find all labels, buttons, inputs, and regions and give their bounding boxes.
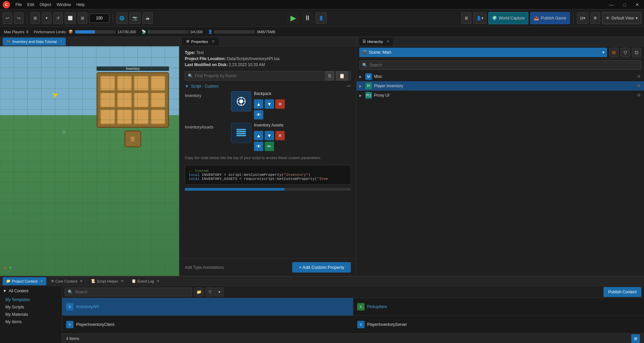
sidebar-my-scripts[interactable]: My Scripts <box>3 303 59 311</box>
default-view-button[interactable]: 👁 Default View ▾ <box>602 12 641 24</box>
file-name-pickupitem: PickupItem <box>367 304 387 309</box>
properties-tab-close[interactable]: ✕ <box>212 39 215 44</box>
scale-tool[interactable]: ⬜ <box>65 12 76 24</box>
prop-eye-button-2[interactable]: 👁 <box>254 142 263 151</box>
grid-tool[interactable]: ⊞ <box>78 12 87 24</box>
code-scroll-bar[interactable] <box>185 188 351 191</box>
bottom-folder-button[interactable]: 📁 <box>194 288 204 296</box>
hier-search-bar[interactable]: 🔍 <box>359 60 641 70</box>
prop-copy-button[interactable]: ⎘ <box>325 71 334 80</box>
play-button[interactable]: ▶ <box>287 12 300 24</box>
add-type-button[interactable]: Add Type Annotations <box>185 265 224 270</box>
hierarchy-tab-close[interactable]: ✕ <box>386 39 389 44</box>
hier-search-input[interactable] <box>369 63 638 67</box>
rotate-tool[interactable]: ↺ <box>53 12 63 24</box>
inv-cell-11 <box>134 109 149 124</box>
bottom-search-input[interactable] <box>75 290 189 294</box>
trash-button[interactable]: 🗑 <box>124 131 141 147</box>
menu-object[interactable]: Object <box>40 2 51 7</box>
prop-up-button-2[interactable]: ▲ <box>254 131 263 140</box>
world-capture-button[interactable]: 🌍 World Capture <box>488 12 528 24</box>
camera-button[interactable]: 📷 <box>129 12 141 24</box>
menu-window[interactable]: Window <box>57 2 71 7</box>
grid-view-button[interactable]: ⊞ <box>631 334 640 343</box>
file-item-playerinventoryserver[interactable]: S PlayerInventoryServer <box>353 316 644 334</box>
prop-search-input[interactable] <box>195 74 323 78</box>
file-item-inventoryapi[interactable]: S InventoryAPI <box>62 298 353 316</box>
maximize-button[interactable]: □ <box>621 2 628 7</box>
minimize-button[interactable]: — <box>607 2 616 7</box>
filter-dropdown-button[interactable]: ▾ <box>215 288 223 296</box>
toolbar-sep-1 <box>27 13 27 23</box>
core-content-close[interactable]: ✕ <box>80 279 83 283</box>
prop-row-inventory: Inventory <box>185 91 351 119</box>
person-settings-button[interactable]: 👤▾ <box>473 12 486 24</box>
prop-paste-button[interactable]: 📋 <box>336 71 348 80</box>
file-item-playerinventoryclient[interactable]: S PlayerInventoryClient <box>62 316 353 334</box>
stat-bar-3 <box>215 30 255 34</box>
properties-tab[interactable]: ⚙ Properties ✕ <box>182 38 219 46</box>
multiplayer-button[interactable]: 👤 <box>316 12 327 24</box>
prop-eye-button-1[interactable]: 👁 <box>254 110 263 119</box>
event-log-label: Event Log <box>138 279 154 283</box>
prop-search-bar[interactable]: 🔍 ⎘ 📋 <box>185 71 351 81</box>
prop-down-button-2[interactable]: ▼ <box>265 131 274 140</box>
file-item-pickupitem[interactable]: S PickupItem <box>353 298 644 316</box>
menu-edit[interactable]: Edit <box>27 2 34 7</box>
script-helper-close[interactable]: ✕ <box>121 279 123 283</box>
prop-up-button-1[interactable]: ▲ <box>254 99 263 109</box>
code-close-1: ) <box>308 173 310 177</box>
settings-button[interactable]: ⚙ <box>590 12 600 24</box>
section-menu-icon[interactable]: ••• <box>346 84 351 89</box>
misc-visibility-icon[interactable]: 👁 <box>637 74 641 79</box>
hierarchy-tab[interactable]: ☰ Hierarchy ✕ <box>359 38 393 46</box>
close-button[interactable]: ✕ <box>633 2 641 7</box>
sidebar-my-templates[interactable]: My Templates <box>3 296 59 303</box>
prop-delete-button-2[interactable]: ✕ <box>275 131 285 140</box>
menu-help[interactable]: Help <box>76 2 85 7</box>
tab-script-helper[interactable]: 📜 Script Helper ✕ <box>87 277 127 285</box>
undo-button[interactable]: ↩ <box>3 12 12 24</box>
publish-content-button[interactable]: Publish Content <box>603 287 641 297</box>
proxy-ui-visibility-icon[interactable]: 👁 <box>637 93 641 98</box>
hier-item-misc[interactable]: ▶ M Misc 👁 <box>357 72 644 81</box>
hier-filter-orange-button[interactable]: ⊞ <box>609 48 619 57</box>
menu-file[interactable]: File <box>15 2 22 7</box>
tab-project-content[interactable]: 📁 Project Content ✕ <box>3 277 46 285</box>
event-log-close[interactable]: ✕ <box>157 279 159 283</box>
project-content-close[interactable]: ✕ <box>40 279 43 283</box>
all-content-toggle[interactable]: ▼ All Content <box>3 289 59 293</box>
prop-delete-button-1[interactable]: ✕ <box>275 99 285 109</box>
select-tool[interactable]: ⊞ <box>31 12 40 24</box>
globe-button[interactable]: 🌐 <box>116 12 127 24</box>
pause-button[interactable]: ⏸ <box>302 13 314 23</box>
redo-button[interactable]: ↪ <box>14 12 23 24</box>
monitor-button[interactable]: 🖥 <box>461 12 471 24</box>
section-header[interactable]: ▼ Script - Custom ••• <box>185 84 351 89</box>
hier-settings-button[interactable]: ⊡ <box>632 48 641 57</box>
bottom-search-bar[interactable]: 🔍 <box>65 288 192 296</box>
viewport-tab[interactable]: 🎮 Inventory and Data Tutorial ✕ <box>3 38 66 46</box>
layout-button[interactable]: ⊟▾ <box>577 12 588 24</box>
hier-item-player-inventory[interactable]: ▶ PI Player Inventory 👁 <box>357 81 644 91</box>
terrain-button[interactable]: ⛰ <box>143 12 153 24</box>
prop-down-button-1[interactable]: ▼ <box>265 99 274 109</box>
scene-dropdown[interactable]: 🎬 Scene: Main ▾ <box>359 48 607 57</box>
zoom-input[interactable] <box>89 13 109 23</box>
transform-tool[interactable]: ✦ <box>42 12 51 24</box>
add-custom-property-button[interactable]: + Add Custom Property <box>292 262 351 273</box>
sidebar-my-items[interactable]: My Items <box>3 318 59 326</box>
player-inventory-visibility-icon[interactable]: 👁 <box>637 83 641 89</box>
viewport-tab-close[interactable]: ✕ <box>60 40 62 43</box>
prop-edit-button-2[interactable]: ✏ <box>265 142 274 151</box>
publish-game-button[interactable]: 📤 Publish Game <box>530 12 570 24</box>
tab-core-content[interactable]: ⊛ Core Content ✕ <box>48 277 86 285</box>
sidebar-my-materials[interactable]: My Materials <box>3 311 59 318</box>
tab-event-log[interactable]: 📋 Event Log ✕ <box>128 277 163 285</box>
viewport-canvas[interactable]: ➤ Inventory 🗑 <box>0 46 179 276</box>
hier-item-proxy-ui[interactable]: ▶ PU Proxy UI 👁 <box>357 91 644 100</box>
event-log-icon: 📋 <box>131 279 136 283</box>
hier-filter-button[interactable]: ▽ <box>621 48 630 57</box>
filter-button[interactable]: ▽ <box>206 288 215 296</box>
inv-cell-1 <box>100 76 115 91</box>
